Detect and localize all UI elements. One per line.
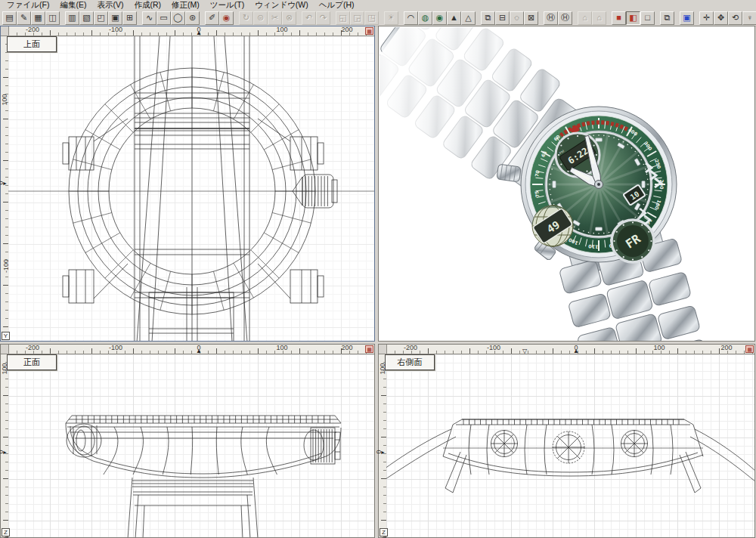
toolbar-trim-button: ✂ <box>268 11 282 25</box>
toolbar-home-alt-button: ⌂ <box>592 11 606 25</box>
ruler-corner <box>1 26 9 36</box>
viewport-perspective-render[interactable]: 4003002502001801601401201101009080757065… <box>378 26 755 342</box>
ruler-marker: ► <box>380 450 386 455</box>
toolbar-rotate-view-button[interactable]: ⟲ <box>728 11 742 25</box>
ruler-number: 200 <box>341 345 352 351</box>
subdial-world: 49 <box>532 206 573 246</box>
toolbar-handle-h1-button[interactable]: Ⓗ <box>544 11 558 25</box>
toolbar-copy-window-button[interactable]: ⧉ <box>481 11 495 25</box>
menu-item[interactable]: ヘルプ(H) <box>314 0 360 11</box>
toolbar-tile-window-button[interactable]: ⊟ <box>495 11 510 25</box>
toolbar-window-c-button: ◳ <box>364 11 379 25</box>
menu-item[interactable]: ウィンドウ(W) <box>249 0 314 11</box>
toolbar-window-b-button: ◲ <box>350 11 364 25</box>
toolbar-save-button[interactable]: ▦ <box>31 11 45 25</box>
toolbar-circle-tool-button[interactable]: ◯ <box>171 11 185 25</box>
ruler-marker: ▽ <box>522 348 527 354</box>
toolbar-open-file-button[interactable]: ▤ <box>2 11 17 25</box>
svg-text:75: 75 <box>534 190 540 198</box>
ruler-number: 200 <box>720 345 732 351</box>
ruler-marker: ▲ <box>196 348 202 354</box>
horizontal-ruler: -200-1000100200▲ <box>8 345 374 354</box>
menu-item[interactable]: ファイル(F) <box>2 0 54 11</box>
ruler-toggle-icon[interactable]: ▦ <box>365 27 373 35</box>
ruler-marker: ► <box>2 450 8 455</box>
toolbar-rotate-copy-button: ↻ <box>239 11 253 25</box>
menu-item[interactable]: 表示(V) <box>91 0 129 11</box>
viewport-label-right-side[interactable]: 右側面 <box>385 354 435 370</box>
ruler-number: 200 <box>341 26 352 33</box>
toolbar-protractor-button[interactable]: ◠ <box>404 11 418 25</box>
ruler-toggle-icon[interactable]: ▦ <box>365 345 373 353</box>
toolbar-light-view-button[interactable]: ♀ <box>742 11 756 25</box>
axis-indicator-z: Z <box>2 528 10 536</box>
toolbar-undo-button: ↶ <box>302 11 316 25</box>
toolbar-rectangle-tool-button[interactable]: ▭ <box>156 11 171 25</box>
toolbar-material-ball-button[interactable]: ◉ <box>219 11 234 25</box>
toolbar-shading-shaded-button[interactable]: ◧ <box>626 11 640 25</box>
ruler-marker: ▲ <box>573 348 579 354</box>
toolbar-move-view-button[interactable]: ✥ <box>714 11 728 25</box>
watch-render: 4003002502001801601401201101009080757065… <box>380 27 754 341</box>
ruler-number: -200 <box>26 345 39 351</box>
toolbar-terrain-wire-button[interactable]: △ <box>461 11 476 25</box>
toolbar-ruler-button[interactable]: ▥ <box>65 11 79 25</box>
toolbar-polyline-tool-button[interactable]: ∿ <box>142 11 156 25</box>
ruler-number: -200 <box>26 26 39 33</box>
cad-application-window: { "app": {"background": "#d6d3ce", "acce… <box>0 0 756 538</box>
menu-bar: ファイル(F)編集(E)表示(V)作成(R)修正(M)ツール(T)ウィンドウ(W… <box>0 0 756 11</box>
ruler-marker: ► <box>2 181 8 186</box>
viewport-label-top[interactable]: 上面 <box>7 36 57 52</box>
toolbar-light-sun-button: ☀ <box>384 11 398 25</box>
ruler-marker: ▲ <box>196 30 202 36</box>
toolbar-terrain-button[interactable]: ▲ <box>447 11 461 25</box>
toolbar-window-a-button: ◱ <box>336 11 350 25</box>
toolbar-cascade-windows-button[interactable]: ⧉ <box>660 11 674 25</box>
toolbar-screen-button[interactable]: ◰ <box>94 11 108 25</box>
toolbar-link-button[interactable]: ⊠ <box>524 11 538 25</box>
menu-item[interactable]: 修正(M) <box>166 0 205 11</box>
menu-item[interactable]: ツール(T) <box>205 0 249 11</box>
toolbar-boolean-button: ⊗ <box>282 11 296 25</box>
horizontal-ruler: -200-1000100200▽▲ <box>386 345 754 354</box>
ruler-corner <box>379 345 387 354</box>
ruler-number: 100 <box>276 26 287 33</box>
ruler-number: 100 <box>2 94 8 105</box>
toolbar-home-view-button: ⌂ <box>578 11 592 25</box>
menu-item[interactable]: 作成(R) <box>129 0 166 11</box>
viewport-label-front[interactable]: 正面 <box>7 354 57 370</box>
ruler-toggle-icon[interactable]: ▦ <box>745 345 754 353</box>
toolbar-globe-shade-button[interactable]: ◍ <box>418 11 432 25</box>
toolbar-pan-view-button[interactable]: ✛ <box>699 11 714 25</box>
ruler-number: -100 <box>109 26 122 33</box>
toolbar-pen-tool-button[interactable]: ✐ <box>205 11 219 25</box>
toolbar-sphere-tool-button[interactable]: ⊛ <box>185 11 200 25</box>
toolbar-handle-h2-button[interactable]: Ⓗ <box>558 11 572 25</box>
wireframe-side-view <box>386 354 754 537</box>
axis-indicator-z: Z <box>380 528 388 536</box>
menu-item[interactable]: 編集(E) <box>54 0 91 11</box>
toolbar-mask-button[interactable]: ◌ <box>510 11 524 25</box>
toolbar-shading-solid-button[interactable]: ■ <box>612 11 626 25</box>
horizontal-ruler: -200-1000100200▲ <box>8 26 374 36</box>
toolbar-shading-wireframe-button[interactable]: □ <box>640 11 655 25</box>
viewport-front-view[interactable]: -200-1000100200▲ 1000-100► 正面 ▦ Z <box>0 344 375 538</box>
ruler-number: -100 <box>109 345 122 351</box>
ruler-number: 100 <box>276 345 287 351</box>
main-toolbar: ▤✎▦◫▥▧◰▣⊞∿▭◯⊛✐◉↻⊚✂⊗↶↷◱◲◳☀◠◍◉▲△⧉⊟◌⊠ⒽⒽ⌂⌂■◧… <box>0 11 756 26</box>
svg-text:110: 110 <box>587 244 598 250</box>
ruler-number: -100 <box>487 345 500 351</box>
toolbar-window-edit-button[interactable]: ◫ <box>45 11 60 25</box>
toolbar-library-button[interactable]: ▣ <box>108 11 122 25</box>
toolbar-grid-table-button[interactable]: ⊞ <box>122 11 137 25</box>
toolbar-info-cube-button[interactable]: ▣ <box>680 11 694 25</box>
viewport-top-view[interactable]: -200-1000100200▲ 1000-100► 上面 ▦ Y <box>0 26 375 342</box>
wireframe-front-view <box>8 354 374 537</box>
toolbar-texture-button[interactable]: ▧ <box>79 11 94 25</box>
ruler-corner <box>1 345 9 354</box>
viewport-right-side-view[interactable]: -200-1000100200▽▲ 1000-100► 右側面 ▦ Z <box>378 344 755 538</box>
wireframe-top-view <box>8 36 374 341</box>
toolbar-globe-solid-button[interactable]: ◉ <box>432 11 447 25</box>
ruler-number: -200 <box>404 345 417 351</box>
toolbar-edit-sheet-button[interactable]: ✎ <box>17 11 31 25</box>
